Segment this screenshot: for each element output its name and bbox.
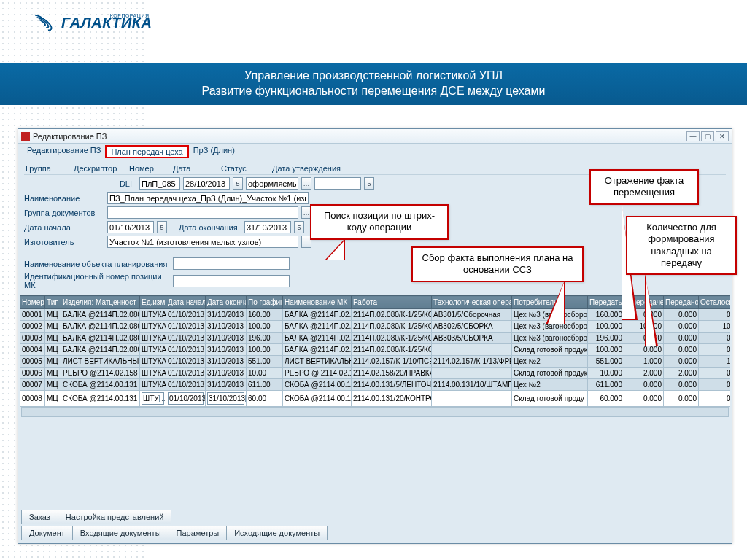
col-header[interactable]: По графику — [247, 296, 283, 309]
tab-menu: Редактирование ПЗ План передач цеха ПрЗ … — [18, 144, 732, 160]
window-title: Редактирование ПЗ — [33, 132, 107, 141]
window-maximize-button[interactable]: ▢ — [701, 131, 714, 141]
bottom-row-1: ЗаказНастройка представлений — [21, 510, 729, 524]
status-field[interactable] — [246, 177, 298, 190]
callout-quantity-for-transfer: Количество для формирования накладных на… — [626, 216, 737, 275]
logo-swirl-icon — [29, 16, 55, 31]
approve-date-picker-icon[interactable]: 5 — [364, 177, 374, 190]
callout-fact-collection: Сбор факта выполнения плана на основании… — [411, 246, 584, 282]
col-header[interactable]: Осталось перед — [699, 296, 731, 309]
bottom-tab-button[interactable]: Исходящие документы — [227, 526, 328, 540]
tab-edit-pz[interactable]: Редактирование ПЗ — [23, 145, 105, 158]
bottom-tab-button[interactable]: Заказ — [21, 510, 58, 524]
col-header[interactable]: Дата окончания — [206, 296, 247, 309]
start-date-picker-icon[interactable]: 5 — [157, 221, 167, 233]
col-header[interactable]: Номер — [20, 296, 45, 309]
search-id-label: Идентификационный номер позиции МК — [24, 272, 170, 289]
name-field[interactable] — [107, 192, 309, 204]
search-name-field[interactable] — [173, 257, 290, 270]
start-date-field[interactable] — [107, 221, 154, 233]
table-row[interactable]: 00007МЦСКОБА @2114.00.131ШТУКА01/10/2013… — [20, 379, 731, 391]
table-row[interactable]: 00005МЦЛИСТ ВЕРТИКАЛЬНЫЙШТУКА01/10/20133… — [20, 356, 731, 368]
brand-subtitle: КОРПОРАЦИЯ — [110, 13, 150, 18]
end-date-label: Дата окончания — [179, 223, 241, 232]
col-header[interactable]: Передано — [664, 296, 699, 309]
brand-logo: КОРПОРАЦИЯ ГАЛАКТИКА — [29, 15, 152, 31]
col-header[interactable]: Изделия: Матценност — [61, 296, 140, 309]
end-date-picker-icon[interactable]: 5 — [294, 221, 304, 233]
table-row[interactable]: 00006МЦРЕБРО @2114.02.158ШТУКА01/10/2013… — [20, 368, 731, 379]
search-name-label: Наименование объекта планирования — [24, 260, 170, 268]
col-header[interactable]: Работа — [352, 296, 432, 309]
table-row[interactable]: 00003МЦБАЛКА @2114П.02.080ШТУКА01/10/201… — [20, 332, 731, 344]
table-row[interactable]: 00002МЦБАЛКА @2114П.02.080ШТУКА01/10/201… — [20, 321, 731, 332]
date-picker-icon[interactable]: 5 — [233, 177, 243, 190]
manufacturer-label: Изготовитель — [24, 238, 104, 246]
table-row[interactable]: 00004МЦБАЛКА @2114П.02.080ШТУКА01/10/201… — [20, 344, 731, 356]
bottom-tab-button[interactable]: Настройка представлений — [58, 510, 172, 524]
col-header[interactable]: Передать — [588, 296, 624, 309]
bottom-tab-button[interactable]: Документ — [21, 526, 73, 540]
tab-prz-long[interactable]: ПрЗ (Длин) — [189, 145, 239, 158]
col-header[interactable]: Дата начала — [166, 296, 206, 309]
col-header[interactable]: Тип — [45, 296, 61, 309]
slide-title-line1: Управление производственной логистикой У… — [15, 69, 732, 84]
slide-title-bar: Управление производственной логистикой У… — [0, 63, 747, 105]
callout-movement-fact: Отражение факта перемещения — [589, 169, 699, 205]
approve-date-field[interactable] — [314, 177, 361, 190]
app-icon — [21, 132, 30, 141]
search-id-field[interactable] — [173, 275, 290, 287]
table-row-selected[interactable]: 00008МЦСКОБА @2114.00.131ШТУ…01/10/20135… — [20, 391, 731, 407]
number-field[interactable] — [139, 177, 180, 190]
window-titlebar: Редактирование ПЗ — ▢ ✕ — [18, 129, 732, 144]
slide-title-line2: Развитие функциональности перемещения ДС… — [15, 84, 732, 99]
docgroup-label: Группа документов — [24, 209, 104, 217]
window-minimize-button[interactable]: — — [686, 131, 700, 141]
window-close-button[interactable]: ✕ — [716, 131, 729, 141]
tab-plan-transfer[interactable]: План передач цеха — [105, 145, 188, 158]
bottom-tab-button[interactable]: Входящие документы — [73, 526, 169, 540]
date-field[interactable] — [183, 177, 230, 190]
callout-barcode-search: Поиск позиции по штрих-коду операции — [310, 204, 449, 240]
end-date-field[interactable] — [244, 221, 291, 233]
col-header[interactable]: Наименование МК — [283, 296, 352, 309]
col-header[interactable]: Технологическая опера — [432, 296, 512, 309]
col-header[interactable]: Ед.изм — [140, 296, 166, 309]
start-date-label: Дата начала — [24, 223, 104, 232]
bottom-tab-button[interactable]: Параметры — [169, 526, 228, 540]
name-label: Наименование — [24, 194, 104, 203]
manufacturer-field[interactable] — [107, 236, 298, 248]
status-lookup-icon[interactable]: … — [301, 177, 311, 190]
dl-label: DLI — [24, 179, 136, 188]
bottom-row-2: ДокументВходящие документыПараметрыИсход… — [21, 526, 729, 540]
docgroup-field[interactable] — [107, 206, 298, 219]
grid-scrollbar-placeholder[interactable] — [21, 407, 729, 417]
